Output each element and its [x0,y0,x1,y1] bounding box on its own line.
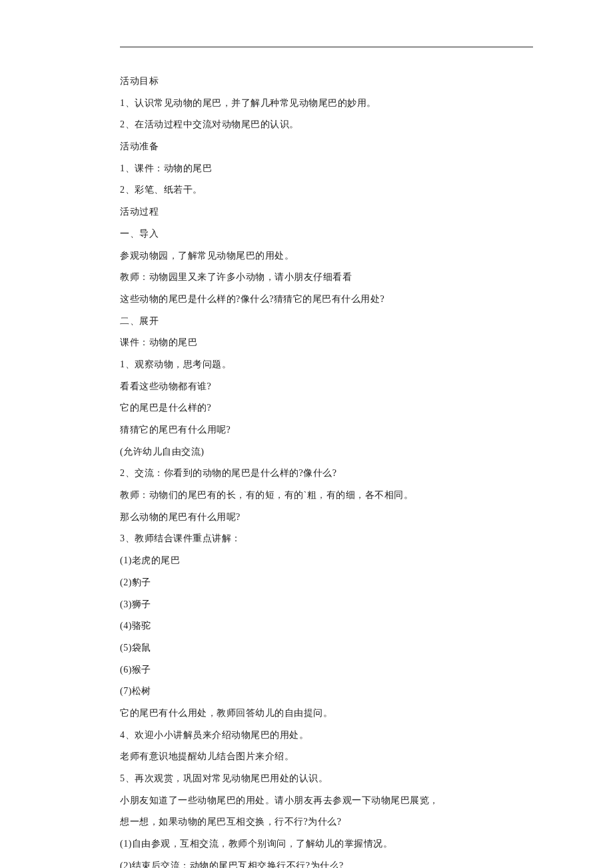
text-line: 看看这些动物都有谁? [120,379,533,394]
text-line: 教师：动物们的尾巴有的长，有的短，有的`粗，有的细，各不相同。 [120,488,533,503]
text-line: 一、导入 [120,227,533,241]
text-line: 4、欢迎小小讲解员来介绍动物尾巴的用处。 [120,728,533,743]
text-line: 2、彩笔、纸若干。 [120,183,533,197]
text-line: (2)豹子 [120,575,533,590]
text-line: (允许幼儿自由交流) [120,445,533,459]
top-rule [120,47,533,47]
text-line: 活动过程 [120,205,533,219]
text-line: 5、再次观赏，巩固对常见动物尾巴用处的认识。 [120,771,533,786]
text-line: (1)自由参观，互相交流，教师个别询问，了解幼儿的掌握情况。 [120,837,533,851]
text-line: (5)袋鼠 [120,641,533,655]
text-line: 课件：动物的尾巴 [120,335,533,350]
text-line: 参观动物园，了解常见动物尾巴的用处。 [120,249,533,263]
text-line: (7)松树 [120,684,533,699]
text-line: 老师有意识地提醒幼儿结合图片来介绍。 [120,749,533,764]
text-line: 1、课件：动物的尾巴 [120,161,533,176]
text-line: 3、教师结合课件重点讲解： [120,531,533,546]
text-line: 活动目标 [120,74,533,89]
text-line: 教师：动物园里又来了许多小动物，请小朋友仔细看看 [120,270,533,285]
text-line: 它的尾巴是什么样的? [120,401,533,415]
text-line: 二、展开 [120,314,533,329]
text-line: 小朋友知道了一些动物尾巴的用处。请小朋友再去参观一下动物尾巴展览， [120,793,533,808]
text-line: 那么动物的尾巴有什么用呢? [120,510,533,525]
text-line: 它的尾巴有什么用处，教师回答幼儿的自由提问。 [120,706,533,721]
document-page: 活动目标1、认识常见动物的尾巴，并了解几种常见动物尾巴的妙用。2、在活动过程中交… [0,0,613,868]
text-line: (4)骆驼 [120,619,533,633]
text-line: 活动准备 [120,139,533,154]
text-line: 1、认识常见动物的尾巴，并了解几种常见动物尾巴的妙用。 [120,96,533,111]
body-text: 活动目标1、认识常见动物的尾巴，并了解几种常见动物尾巴的妙用。2、在活动过程中交… [120,74,533,868]
text-line: (1)老虎的尾巴 [120,553,533,568]
text-line: 想一想，如果动物的尾巴互相交换，行不行?为什么? [120,815,533,829]
text-line: 2、在活动过程中交流对动物尾巴的认识。 [120,117,533,132]
text-line: 2、交流：你看到的动物的尾巴是什么样的?像什么? [120,466,533,481]
text-line: (6)猴子 [120,663,533,677]
text-line: 这些动物的尾巴是什么样的?像什么?猜猜它的尾巴有什么用处? [120,292,533,307]
text-line: (2)结束后交流：动物的尾巴互相交换行不行?为什么? [120,859,533,868]
text-line: 1、观察动物，思考问题。 [120,357,533,372]
text-line: 猜猜它的尾巴有什么用呢? [120,423,533,437]
text-line: (3)狮子 [120,597,533,612]
